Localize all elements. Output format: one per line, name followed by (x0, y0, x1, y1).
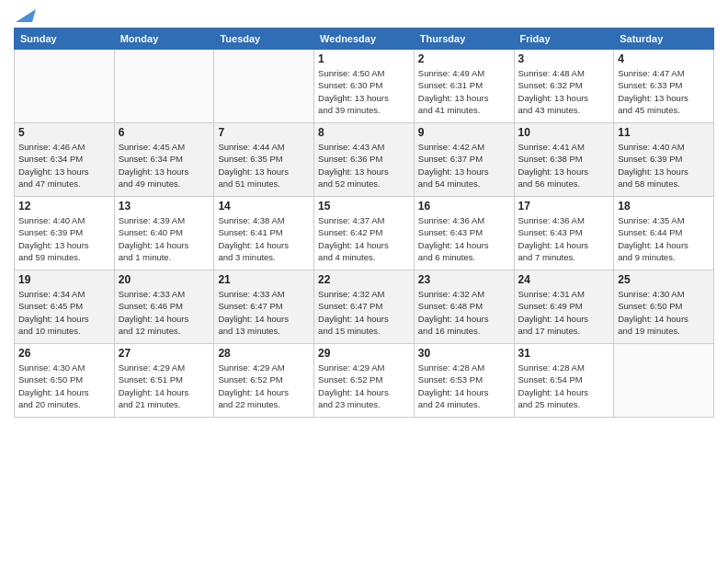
day-info: Sunrise: 4:37 AMSunset: 6:42 PMDaylight:… (318, 214, 410, 263)
calendar-cell: 27Sunrise: 4:29 AMSunset: 6:51 PMDayligh… (114, 344, 214, 418)
calendar-cell: 15Sunrise: 4:37 AMSunset: 6:42 PMDayligh… (314, 197, 415, 270)
header (14, 9, 714, 20)
weekday-header-row: SundayMondayTuesdayWednesdayThursdayFrid… (15, 29, 714, 50)
week-row-3: 12Sunrise: 4:40 AMSunset: 6:39 PMDayligh… (15, 197, 714, 270)
calendar-cell: 19Sunrise: 4:34 AMSunset: 6:45 PMDayligh… (15, 270, 115, 344)
day-number: 31 (518, 347, 610, 360)
day-info: Sunrise: 4:50 AMSunset: 6:30 PMDaylight:… (318, 67, 410, 116)
day-number: 14 (218, 200, 310, 213)
day-number: 2 (418, 52, 510, 65)
day-number: 28 (218, 347, 310, 360)
calendar-cell: 3Sunrise: 4:48 AMSunset: 6:32 PMDaylight… (514, 50, 614, 123)
calendar-cell: 1Sunrise: 4:50 AMSunset: 6:30 PMDaylight… (314, 50, 415, 123)
day-number: 9 (418, 126, 510, 139)
day-number: 26 (18, 347, 110, 360)
day-number: 12 (18, 200, 110, 213)
day-number: 30 (418, 347, 510, 360)
day-info: Sunrise: 4:44 AMSunset: 6:35 PMDaylight:… (218, 141, 310, 190)
day-number: 10 (518, 126, 610, 139)
calendar-cell: 5Sunrise: 4:46 AMSunset: 6:34 PMDaylight… (15, 123, 115, 197)
calendar-cell: 7Sunrise: 4:44 AMSunset: 6:35 PMDaylight… (214, 123, 314, 197)
weekday-header-tuesday: Tuesday (214, 29, 314, 50)
day-number: 20 (119, 273, 210, 286)
day-info: Sunrise: 4:36 AMSunset: 6:43 PMDaylight:… (518, 214, 610, 263)
day-number: 18 (618, 200, 710, 213)
calendar-cell: 16Sunrise: 4:36 AMSunset: 6:43 PMDayligh… (414, 197, 514, 270)
calendar-cell: 13Sunrise: 4:39 AMSunset: 6:40 PMDayligh… (114, 197, 214, 270)
day-number: 22 (318, 273, 410, 286)
day-number: 15 (318, 200, 410, 213)
day-info: Sunrise: 4:40 AMSunset: 6:39 PMDaylight:… (618, 141, 710, 190)
calendar-cell (114, 50, 214, 123)
day-info: Sunrise: 4:30 AMSunset: 6:50 PMDaylight:… (18, 362, 110, 410)
week-row-2: 5Sunrise: 4:46 AMSunset: 6:34 PMDaylight… (15, 123, 714, 197)
day-number: 24 (518, 273, 610, 286)
day-number: 7 (218, 126, 310, 139)
day-number: 21 (218, 273, 310, 286)
day-info: Sunrise: 4:49 AMSunset: 6:31 PMDaylight:… (418, 67, 510, 116)
day-info: Sunrise: 4:46 AMSunset: 6:34 PMDaylight:… (18, 141, 110, 190)
calendar-cell: 23Sunrise: 4:32 AMSunset: 6:48 PMDayligh… (414, 270, 514, 344)
day-info: Sunrise: 4:48 AMSunset: 6:32 PMDaylight:… (518, 67, 610, 116)
calendar-cell: 6Sunrise: 4:45 AMSunset: 6:34 PMDaylight… (114, 123, 214, 197)
calendar-cell: 12Sunrise: 4:40 AMSunset: 6:39 PMDayligh… (15, 197, 115, 270)
week-row-1: 1Sunrise: 4:50 AMSunset: 6:30 PMDaylight… (15, 50, 714, 123)
day-info: Sunrise: 4:36 AMSunset: 6:43 PMDaylight:… (418, 214, 510, 263)
day-info: Sunrise: 4:42 AMSunset: 6:37 PMDaylight:… (418, 141, 510, 190)
calendar-cell: 21Sunrise: 4:33 AMSunset: 6:47 PMDayligh… (214, 270, 314, 344)
day-info: Sunrise: 4:32 AMSunset: 6:47 PMDaylight:… (318, 288, 410, 337)
calendar-cell: 10Sunrise: 4:41 AMSunset: 6:38 PMDayligh… (514, 123, 614, 197)
calendar-cell: 30Sunrise: 4:28 AMSunset: 6:53 PMDayligh… (414, 344, 514, 418)
day-info: Sunrise: 4:31 AMSunset: 6:49 PMDaylight:… (518, 288, 610, 337)
day-number: 19 (18, 273, 110, 286)
day-info: Sunrise: 4:35 AMSunset: 6:44 PMDaylight:… (618, 214, 710, 263)
logo (14, 9, 36, 20)
calendar-cell: 28Sunrise: 4:29 AMSunset: 6:52 PMDayligh… (214, 344, 314, 418)
week-row-5: 26Sunrise: 4:30 AMSunset: 6:50 PMDayligh… (15, 344, 714, 418)
day-info: Sunrise: 4:29 AMSunset: 6:51 PMDaylight:… (119, 362, 210, 410)
day-info: Sunrise: 4:33 AMSunset: 6:46 PMDaylight:… (119, 288, 210, 337)
day-info: Sunrise: 4:40 AMSunset: 6:39 PMDaylight:… (18, 214, 110, 263)
day-info: Sunrise: 4:29 AMSunset: 6:52 PMDaylight:… (318, 362, 410, 410)
calendar-cell: 4Sunrise: 4:47 AMSunset: 6:33 PMDaylight… (614, 50, 714, 123)
calendar-cell: 31Sunrise: 4:28 AMSunset: 6:54 PMDayligh… (514, 344, 614, 418)
day-info: Sunrise: 4:28 AMSunset: 6:53 PMDaylight:… (418, 362, 510, 410)
calendar-cell: 2Sunrise: 4:49 AMSunset: 6:31 PMDaylight… (414, 50, 514, 123)
day-number: 5 (18, 126, 110, 139)
day-number: 4 (618, 52, 710, 65)
calendar-cell (15, 50, 115, 123)
calendar-cell: 11Sunrise: 4:40 AMSunset: 6:39 PMDayligh… (614, 123, 714, 197)
day-number: 17 (518, 200, 610, 213)
day-number: 11 (618, 126, 710, 139)
day-number: 3 (518, 52, 610, 65)
svg-marker-0 (16, 9, 36, 22)
day-info: Sunrise: 4:47 AMSunset: 6:33 PMDaylight:… (618, 67, 710, 116)
calendar-cell: 9Sunrise: 4:42 AMSunset: 6:37 PMDaylight… (414, 123, 514, 197)
day-number: 25 (618, 273, 710, 286)
day-info: Sunrise: 4:28 AMSunset: 6:54 PMDaylight:… (518, 362, 610, 410)
day-number: 27 (119, 347, 210, 360)
day-info: Sunrise: 4:41 AMSunset: 6:38 PMDaylight:… (518, 141, 610, 190)
logo-bird-icon (16, 6, 36, 22)
day-info: Sunrise: 4:30 AMSunset: 6:50 PMDaylight:… (618, 288, 710, 337)
calendar-table: SundayMondayTuesdayWednesdayThursdayFrid… (14, 28, 714, 418)
day-number: 8 (318, 126, 410, 139)
calendar-cell: 29Sunrise: 4:29 AMSunset: 6:52 PMDayligh… (314, 344, 415, 418)
day-info: Sunrise: 4:33 AMSunset: 6:47 PMDaylight:… (218, 288, 310, 337)
day-info: Sunrise: 4:43 AMSunset: 6:36 PMDaylight:… (318, 141, 410, 190)
day-info: Sunrise: 4:34 AMSunset: 6:45 PMDaylight:… (18, 288, 110, 337)
weekday-header-wednesday: Wednesday (314, 29, 415, 50)
weekday-header-thursday: Thursday (414, 29, 514, 50)
day-number: 6 (119, 126, 210, 139)
calendar-cell (614, 344, 714, 418)
calendar-cell: 26Sunrise: 4:30 AMSunset: 6:50 PMDayligh… (15, 344, 115, 418)
day-number: 16 (418, 200, 510, 213)
day-number: 29 (318, 347, 410, 360)
calendar-cell: 14Sunrise: 4:38 AMSunset: 6:41 PMDayligh… (214, 197, 314, 270)
weekday-header-saturday: Saturday (614, 29, 714, 50)
weekday-header-friday: Friday (514, 29, 614, 50)
calendar-cell: 24Sunrise: 4:31 AMSunset: 6:49 PMDayligh… (514, 270, 614, 344)
calendar-cell: 22Sunrise: 4:32 AMSunset: 6:47 PMDayligh… (314, 270, 415, 344)
day-info: Sunrise: 4:29 AMSunset: 6:52 PMDaylight:… (218, 362, 310, 410)
calendar-cell: 20Sunrise: 4:33 AMSunset: 6:46 PMDayligh… (114, 270, 214, 344)
